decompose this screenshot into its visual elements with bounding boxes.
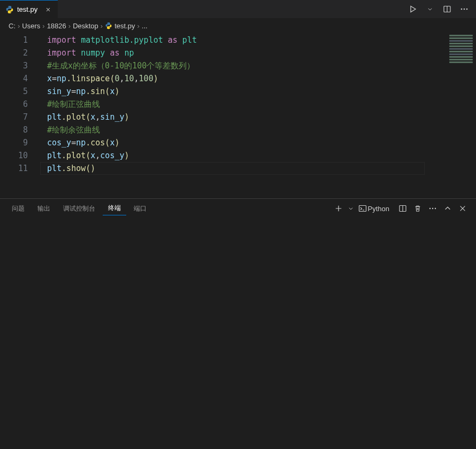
code-line: plt.plot(x,cos_y) (47, 149, 471, 162)
code-line: sin_y=np.sin(x) (47, 85, 471, 98)
launch-profile-button[interactable]: Python (356, 202, 395, 215)
python-file-icon (105, 22, 112, 29)
panel-tab-ports[interactable]: 端口 (128, 202, 152, 215)
line-number-gutter: 1 2 3 4 5 6 7 8 9 10 11 (0, 34, 37, 175)
code-line: import numpy as np (47, 47, 471, 59)
breadcrumb: C: › Users › 18826 › Desktop › test.py ›… (0, 19, 476, 33)
code-line: plt.show() (47, 162, 471, 175)
line-number: 7 (0, 111, 28, 123)
panel-tab-terminal[interactable]: 终端 (103, 202, 126, 215)
code-line: #生成x的坐标（0-10的100个等差数列） (47, 59, 471, 72)
breadcrumb-file-label: test.py (114, 22, 135, 30)
tab-close-button[interactable] (44, 5, 52, 14)
svg-rect-5 (359, 206, 366, 212)
python-file-icon (5, 5, 14, 14)
code-editor[interactable]: 1 2 3 4 5 6 7 8 9 10 11 import matplotli… (0, 33, 476, 198)
svg-point-3 (464, 9, 465, 10)
code-line: #绘制正弦曲线 (47, 98, 471, 111)
chevron-right-icon: › (101, 22, 103, 30)
svg-point-10 (432, 208, 433, 209)
new-terminal-dropdown-icon[interactable] (347, 202, 355, 215)
panel-actions: Python (332, 202, 470, 215)
line-number: 9 (0, 136, 28, 149)
maximize-panel-button[interactable] (441, 202, 455, 215)
panel-tab-problems[interactable]: 问题 (6, 202, 30, 215)
code-line: cos_y=np.cos(x) (47, 136, 471, 149)
panel: 问题 输出 调试控制台 终端 端口 Python (0, 198, 476, 449)
code-line: #绘制余弦曲线 (47, 123, 471, 136)
line-number: 3 (0, 59, 28, 72)
chevron-right-icon: › (42, 22, 44, 30)
new-terminal-button[interactable] (332, 202, 346, 215)
split-terminal-button[interactable] (396, 202, 410, 215)
breadcrumb-c[interactable]: C: (9, 22, 16, 30)
breadcrumb-18826[interactable]: 18826 (47, 22, 66, 30)
code-lines: import matplotlib.pyplot as plt import n… (47, 34, 471, 175)
breadcrumb-users[interactable]: Users (22, 22, 40, 30)
launch-profile-label: Python (367, 205, 393, 213)
line-number: 6 (0, 98, 28, 111)
run-button[interactable] (405, 2, 420, 17)
minimap[interactable] (449, 35, 473, 67)
line-number: 10 (0, 149, 28, 162)
breadcrumb-file[interactable]: test.py (105, 22, 135, 30)
tab-active[interactable]: test.py (0, 0, 58, 18)
code-line: plt.plot(x,sin_y) (47, 111, 471, 123)
tab-label: test.py (17, 5, 37, 13)
svg-point-11 (435, 208, 436, 209)
svg-point-9 (429, 208, 431, 209)
line-number: 5 (0, 85, 28, 98)
line-number: 4 (0, 72, 28, 85)
panel-tab-output[interactable]: 输出 (32, 202, 56, 215)
editor-title-actions (405, 0, 476, 18)
terminal-body[interactable] (0, 218, 476, 449)
code-line: x=np.linspace(0,10,100) (47, 72, 471, 85)
panel-tabs: 问题 输出 调试控制台 终端 端口 Python (0, 199, 476, 218)
line-number: 11 (0, 162, 28, 175)
panel-more-button[interactable] (426, 202, 440, 215)
line-number: 8 (0, 123, 28, 136)
tab-bar: test.py (0, 0, 476, 19)
chevron-right-icon: › (68, 22, 71, 30)
breadcrumb-ellipsis[interactable]: ... (142, 22, 148, 30)
breadcrumb-desktop[interactable]: Desktop (73, 22, 98, 30)
svg-point-2 (461, 9, 463, 10)
panel-tab-debug[interactable]: 调试控制台 (58, 202, 101, 215)
svg-point-4 (466, 9, 468, 10)
chevron-right-icon: › (137, 22, 139, 30)
split-editor-button[interactable] (440, 2, 455, 17)
more-actions-button[interactable] (457, 2, 472, 17)
code-line: import matplotlib.pyplot as plt (47, 34, 471, 47)
line-number: 1 (0, 34, 28, 47)
run-dropdown-icon[interactable] (423, 2, 437, 17)
chevron-right-icon: › (18, 22, 20, 30)
kill-terminal-button[interactable] (411, 202, 425, 215)
line-number: 2 (0, 47, 28, 59)
close-panel-button[interactable] (456, 202, 470, 215)
